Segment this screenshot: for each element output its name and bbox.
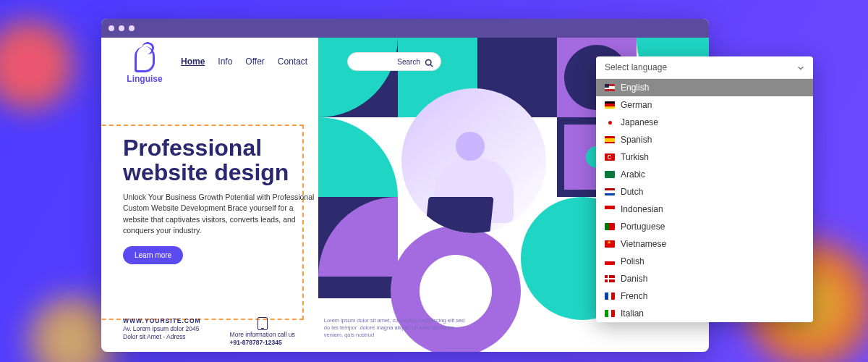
language-option[interactable]: Japanese [596,114,813,131]
jp-flag-icon [605,119,615,126]
footer-address-2: Dolor sit Amet - Adress [123,333,201,340]
footer-phone-number: +91-878787-12345 [230,339,295,346]
language-option-label: Indonesian [621,204,663,214]
footer-site-url: WWW.YOURSITE.COM [123,317,201,324]
bg-blob [0,22,72,109]
language-option-label: Portuguese [621,222,665,232]
phone-icon [258,317,268,330]
nav-info[interactable]: Info [218,56,232,67]
language-option-label: Japanese [621,117,658,127]
primary-nav: Home Info Offer Contact [181,56,307,67]
language-option-label: Spanish [621,135,652,145]
search-input[interactable]: Search [347,52,441,71]
svg-line-1 [430,64,433,67]
tr-flag-icon [605,153,615,161]
language-option-label: Arabic [621,169,645,180]
footer-phone-label: More information call us [230,331,295,338]
brand-logo[interactable]: Linguise [123,46,166,84]
nav-contact[interactable]: Contact [278,56,307,67]
learn-more-button[interactable]: Learn more [123,246,183,264]
hero-photo [401,88,546,233]
it-flag-icon [605,310,615,317]
language-selector-toggle[interactable]: Select language [596,56,813,79]
es-flag-icon [605,136,615,143]
language-option-label: Dutch [621,187,643,197]
language-option[interactable]: French [596,287,813,305]
language-option[interactable]: Vietnamese [596,235,813,253]
de-flag-icon [605,101,615,109]
us-flag-icon [605,84,615,91]
pt-flag-icon [605,223,615,230]
language-option[interactable]: Dutch [596,183,813,201]
language-option-label: German [621,100,652,110]
window-dot[interactable] [109,25,114,31]
language-option-label: Danish [621,274,647,284]
language-option[interactable]: Danish [596,270,813,287]
language-option[interactable]: Portuguese [596,218,813,235]
window-dot[interactable] [129,25,135,31]
pl-flag-icon [605,258,615,265]
dk-flag-icon [605,275,615,282]
language-option[interactable]: Turkish [596,148,813,166]
window-dot[interactable] [119,25,124,31]
chevron-down-icon [797,64,804,71]
language-option-list: EnglishGermanJapaneseSpanishTurkishArabi… [596,79,813,322]
search-placeholder: Search [397,58,420,66]
fr-flag-icon [605,292,615,300]
language-option[interactable]: Spanish [596,131,813,148]
footer-address-1: Av. Lorem ipsum dolor 2045 [123,325,201,332]
search-icon [425,57,433,66]
vn-flag-icon [605,240,615,248]
language-option-label: Italian [621,308,644,319]
nav-home[interactable]: Home [181,56,205,67]
nl-flag-icon [605,188,615,195]
footer-lorem: Lorem ipsum dolor sit amet, consectetur … [324,317,469,346]
language-option-label: Turkish [621,152,649,162]
language-selector: Select language EnglishGermanJapaneseSpa… [596,56,813,322]
hero-title: Professional website design [123,136,318,185]
brand-name: Linguise [127,74,162,84]
language-option[interactable]: Italian [596,305,813,322]
sa-flag-icon [605,171,615,178]
language-option-label: English [621,83,649,93]
svg-point-0 [426,60,432,66]
nav-offer[interactable]: Offer [245,56,264,67]
logo-icon [135,46,155,72]
language-option-label: Polish [621,256,644,266]
language-option-label: French [621,291,647,301]
id-flag-icon [605,206,615,213]
language-option[interactable]: German [596,96,813,114]
language-option[interactable]: English [596,79,813,96]
language-option[interactable]: Indonesian [596,201,813,218]
window-titlebar [101,19,709,38]
language-option[interactable]: Polish [596,253,813,270]
language-option-label: Vietnamese [621,239,666,249]
hero-body: Unlock Your Business Growth Potential wi… [123,192,318,236]
language-option[interactable]: Arabic [596,166,813,183]
language-selector-label: Select language [605,62,667,72]
